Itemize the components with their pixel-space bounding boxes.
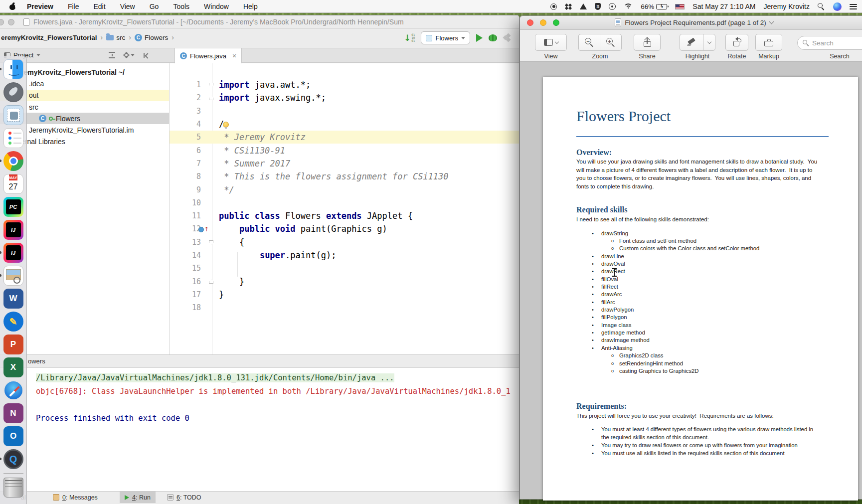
dock-icon-onenote[interactable]: N [3,403,23,423]
code-line-4[interactable]: 4/ [170,118,519,131]
code-line-11[interactable]: 11public class Flowers extends JApplet { [170,209,519,222]
menu-help[interactable]: Help [243,2,258,10]
menu-edit[interactable]: Edit [94,2,106,10]
dock-icon-reminders[interactable] [3,128,23,148]
code-line-10[interactable]: 10 [170,196,519,209]
run-button[interactable] [476,34,483,42]
apple-menu-icon[interactable] [9,2,16,10]
view-button[interactable] [535,34,567,51]
highlight-menu-button[interactable] [703,34,715,51]
code-line-13[interactable]: 13 { [170,236,519,249]
toolwindow-messages[interactable]: 0: Messages [53,492,98,503]
preview-content[interactable]: Flowers Project Overview: You will use y… [520,62,862,499]
running-indicator [0,458,1,460]
code-line-14[interactable]: 14 super.paint(g); [170,249,519,262]
code-line-18[interactable]: 18 [170,301,519,314]
code-line-3[interactable]: 3 [170,105,519,118]
code-line-12[interactable]: 12↑ public void paint(Graphics g) [170,222,519,235]
console-line: objc[6768]: Class JavaLaunchHelper is im… [36,384,519,398]
fast-user-switch-label[interactable]: Jeremy Krovitz [763,2,810,10]
code-line-9[interactable]: 9 */ [170,183,519,196]
preview-titlebar[interactable]: Flowers Project Requirements.pdf (page 1… [520,16,862,30]
close-icon[interactable]: × [232,52,236,60]
dock-icon-pencil[interactable]: ✎ [3,312,23,332]
share-button[interactable] [634,34,661,51]
run-panel-header[interactable]: owers [0,355,519,368]
code-line-16[interactable]: 16 } [170,275,519,288]
hide-panel-icon[interactable] [144,52,150,58]
dock-icon-intellij-ce[interactable]: IJ [3,243,23,263]
menu-window[interactable]: Window [204,2,229,10]
chevron-down-icon[interactable] [769,19,774,24]
breadcrumb-src[interactable]: src [116,34,125,41]
dock-icon-mail[interactable] [3,105,23,125]
dock-icon-finder[interactable] [3,59,23,79]
tab-flowers-java[interactable]: C Flowers.java × [174,48,242,63]
search-input[interactable]: Search [797,36,862,50]
code-line-17[interactable]: 17} [170,288,519,301]
menu-file[interactable]: File [68,2,79,10]
toolwindow-run[interactable]: 4: Run [120,492,156,503]
scroll-to-source-icon[interactable] [109,52,115,58]
menu-go[interactable]: Go [150,2,159,10]
accessibility-icon[interactable] [609,3,616,10]
window-control-icon[interactable] [0,19,4,25]
zoom-out-button[interactable]: − [578,34,600,51]
menu-bar-clock[interactable]: Sat May 27 1:10 AM [692,2,755,10]
breadcrumb-class[interactable]: Flowers [145,34,168,41]
active-app-menu[interactable]: Preview [27,2,53,10]
dock-icon-trash[interactable] [3,478,23,498]
coverage-button[interactable] [503,34,512,42]
breadcrumb-project[interactable]: eremyKrovitz_FlowersTutorial [1,34,97,41]
build-order-icon[interactable]: ↓011001 [404,33,415,43]
window-control-icon[interactable] [8,19,14,25]
google-drive-icon[interactable] [580,3,587,9]
intention-bulb-icon[interactable] [223,122,229,128]
input-language-flag-icon[interactable] [675,4,685,9]
spotlight-search-icon[interactable] [818,3,825,10]
markup-button[interactable] [755,34,782,51]
code-line-8[interactable]: 8 * This is the flowers assignment for C… [170,170,519,183]
toolwindow-todo[interactable]: 6: TODO [167,492,201,503]
override-method-icon[interactable]: ↑ [198,226,209,233]
dock-icon-intellij[interactable]: IJ [3,220,23,240]
debug-button[interactable] [489,34,497,41]
code-line-1[interactable]: 1import java.awt.*; [170,78,519,91]
wifi-icon[interactable] [624,3,633,10]
code-line-7[interactable]: 7 * Summer 2017 [170,157,519,170]
dock-icon-pycharm[interactable]: PC [3,197,23,217]
siri-icon[interactable] [833,2,842,11]
skill-item: •drawString [592,229,759,237]
dropbox-icon[interactable] [565,3,572,10]
menu-tools[interactable]: Tools [173,2,189,10]
dock-icon-quicktime[interactable]: Q [3,449,23,469]
dock-icon-word[interactable]: W [3,289,23,309]
code-line-6[interactable]: 6 * CSi1130-91 [170,144,519,157]
run-configuration-select[interactable]: Flowers [421,31,470,44]
screen-record-icon[interactable] [550,3,557,10]
battery-status[interactable]: 66% ϟ [641,3,667,10]
run-console[interactable]: /Library/Java/JavaVirtualMachines/jdk1.8… [0,368,519,425]
dock-icon-outlook[interactable]: O [3,426,23,446]
preview-window-title[interactable]: Flowers Project Requirements.pdf (page 1… [625,19,766,26]
rotate-button[interactable] [725,34,748,51]
code-line-2[interactable]: 2import javax.swing.*; [170,91,519,104]
dock-icon-preview[interactable] [3,266,23,286]
highlight-button[interactable] [680,34,703,51]
menu-view[interactable]: View [120,2,135,10]
antivirus-shield-icon[interactable]: S [595,3,601,10]
intellij-titlebar[interactable]: Flowers.java - JeremyKrovitz_FlowersTuto… [0,15,519,29]
code-line-15[interactable]: 15 [170,262,519,275]
gear-icon[interactable] [124,53,129,57]
notification-center-icon[interactable] [850,4,857,9]
dock-icon-chrome[interactable] [3,151,23,171]
dock-icon-excel[interactable]: X [3,357,23,377]
dock-icon-safari[interactable] [3,380,23,400]
code-editor[interactable]: 1import java.awt.*;2import javax.swing.*… [170,63,519,354]
code-line-5[interactable]: 5 * Jeremy Krovitz [170,131,519,144]
dock-icon-powerpoint[interactable]: P [3,335,23,354]
pdf-page[interactable]: Flowers Project Overview: You will use y… [543,77,858,501]
zoom-in-button[interactable]: + [600,34,622,51]
dock-icon-calendar[interactable]: MAY27 [3,174,23,194]
dock-icon-launchpad[interactable] [3,82,23,102]
